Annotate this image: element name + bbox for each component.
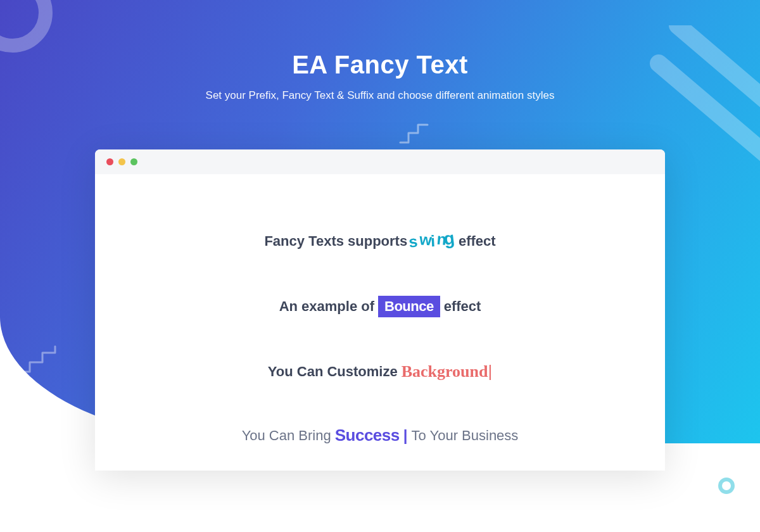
- traffic-light-close-icon: [106, 158, 113, 165]
- example-swing: Fancy Texts supports swing effect: [120, 231, 640, 251]
- page-title: EA Fancy Text: [0, 51, 760, 79]
- prefix-text: An example of: [279, 298, 374, 315]
- browser-window: Fancy Texts supports swing effect An exa…: [95, 149, 665, 471]
- example-success: You Can Bring Success | To Your Business: [120, 426, 640, 445]
- decoration-small-circle-icon: [718, 478, 735, 494]
- decoration-zigzag-icon: [399, 124, 437, 151]
- fancy-background-word: Background: [402, 362, 488, 381]
- fancy-swing-word: swing: [410, 231, 456, 251]
- cursor-icon: |: [488, 362, 492, 381]
- fancy-bounce-word: Bounce: [378, 296, 440, 317]
- cursor-icon: |: [403, 427, 408, 444]
- prefix-text: You Can Bring: [242, 428, 331, 444]
- page-header: EA Fancy Text Set your Prefix, Fancy Tex…: [0, 0, 760, 102]
- examples-panel: Fancy Texts supports swing effect An exa…: [95, 174, 665, 471]
- prefix-text: Fancy Texts supports: [264, 233, 407, 250]
- suffix-text: To Your Business: [412, 428, 519, 444]
- suffix-text: effect: [444, 298, 481, 315]
- traffic-light-maximize-icon: [130, 158, 137, 165]
- fancy-success-word: Success: [335, 426, 400, 445]
- traffic-light-minimize-icon: [118, 158, 125, 165]
- example-background: You Can Customize Background|: [120, 362, 640, 381]
- browser-chrome: [95, 149, 665, 174]
- suffix-text: effect: [459, 233, 496, 250]
- example-bounce: An example of Bounce effect: [120, 296, 640, 317]
- prefix-text: You Can Customize: [268, 364, 398, 380]
- page-subtitle: Set your Prefix, Fancy Text & Suffix and…: [0, 89, 760, 102]
- decoration-zigzag-left-icon: [16, 345, 73, 383]
